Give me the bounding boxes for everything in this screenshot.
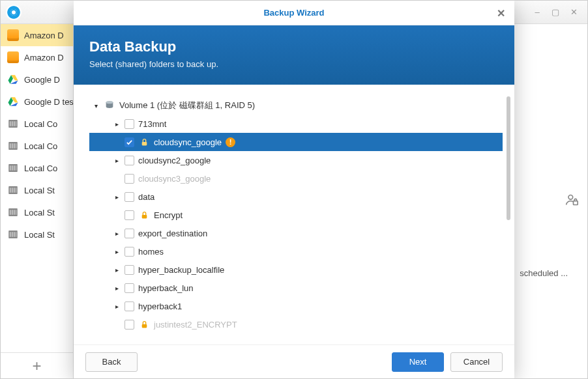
cancel-button[interactable]: Cancel xyxy=(450,352,503,372)
close-icon: ✕ xyxy=(497,7,505,20)
app-logo-icon xyxy=(6,5,22,20)
maximize-button[interactable]: ▢ xyxy=(547,5,564,20)
chevron-right-icon[interactable]: ▸ xyxy=(113,156,121,164)
svg-rect-17 xyxy=(10,165,11,171)
tree-node-label: cloudsync2_google xyxy=(138,156,211,165)
sidebar-item[interactable]: Local St xyxy=(1,201,73,223)
modal-header: Data Backup Select (shared) folders to b… xyxy=(74,25,514,85)
tree-folder-row[interactable]: ▸Encrypt xyxy=(89,206,503,224)
tree-node-label: cloudsync3_google xyxy=(138,174,211,184)
amazon-icon xyxy=(7,51,19,63)
svg-rect-15 xyxy=(16,143,17,148)
tree-folder-row[interactable]: ▸homes xyxy=(89,242,503,260)
sidebar-item-label: Local St xyxy=(24,186,55,195)
svg-rect-28 xyxy=(12,210,13,215)
sidebar-item[interactable]: Local St xyxy=(1,179,73,201)
svg-rect-32 xyxy=(10,232,11,237)
sidebar-item[interactable]: Local Co xyxy=(1,157,73,179)
svg-rect-41 xyxy=(141,214,147,218)
folder-checkbox[interactable] xyxy=(125,229,134,238)
sidebar-item-label: Local Co xyxy=(24,119,57,129)
tree-folder-row[interactable]: ▸cloudsync2_google xyxy=(89,151,503,169)
sidebar-item[interactable]: Local Co xyxy=(1,113,73,135)
folder-checkbox[interactable] xyxy=(125,119,134,129)
tree-node-label: hyper_backup_localfile xyxy=(138,265,224,275)
tree-node-label: justintest2_ENCRYPT xyxy=(154,320,237,330)
tree-folder-row[interactable]: ▸hyper_backup_localfile xyxy=(89,260,503,279)
chevron-right-icon[interactable]: ▸ xyxy=(113,247,121,255)
svg-rect-18 xyxy=(12,165,13,171)
svg-rect-34 xyxy=(14,232,15,237)
tree-node-label: hyperback_lun xyxy=(138,283,194,293)
user-lock-icon[interactable] xyxy=(565,193,578,210)
sidebar-item-label: Google D test xyxy=(24,97,73,107)
storage-icon xyxy=(7,140,19,152)
sidebar-item[interactable]: Local St xyxy=(1,223,73,246)
tree-folder-row[interactable]: ▸hyperback1 xyxy=(89,297,503,315)
lock-icon xyxy=(138,136,150,148)
tree-folder-row[interactable]: ▸justintest2_ENCRYPT xyxy=(89,315,503,333)
sidebar-item[interactable]: Amazon D xyxy=(1,24,73,46)
tree-node-label: export_destination xyxy=(138,229,207,238)
svg-rect-8 xyxy=(12,121,13,126)
next-button[interactable]: Next xyxy=(392,352,444,372)
svg-rect-19 xyxy=(14,165,15,171)
tree-folder-row[interactable]: ▸hyperback_lun xyxy=(89,279,503,297)
tree-node-label: hyperback1 xyxy=(138,302,182,311)
sidebar-item[interactable]: Google D xyxy=(1,68,73,91)
modal-close-button[interactable]: ✕ xyxy=(492,5,509,21)
window-close-button[interactable]: ✕ xyxy=(565,5,582,20)
folder-checkbox[interactable] xyxy=(125,320,134,330)
backup-targets-sidebar: Amazon DAmazon DGoogle DGoogle D testLoc… xyxy=(1,24,74,378)
chevron-right-icon[interactable]: ▸ xyxy=(113,284,121,292)
folder-checkbox[interactable] xyxy=(125,192,134,202)
storage-icon xyxy=(7,184,19,196)
folder-checkbox[interactable] xyxy=(125,210,134,220)
tree-node-label: homes xyxy=(138,247,164,257)
svg-rect-14 xyxy=(14,143,15,148)
tree-node-label: 713mnt xyxy=(138,119,166,129)
lock-icon xyxy=(138,318,150,330)
svg-rect-30 xyxy=(16,210,17,215)
chevron-right-icon[interactable]: ▸ xyxy=(113,302,121,310)
storage-icon xyxy=(7,162,19,174)
svg-rect-24 xyxy=(14,188,15,193)
sidebar-item[interactable]: Google D test xyxy=(1,91,73,113)
chevron-right-icon[interactable]: ▸ xyxy=(113,229,121,237)
minimize-button[interactable]: – xyxy=(529,5,546,20)
tree-volume-root[interactable]: ▾Volume 1 (位於 磁碟群組 1, RAID 5) xyxy=(89,96,503,115)
google-drive-icon xyxy=(7,74,19,85)
tree-folder-row[interactable]: ▸export_destination xyxy=(89,224,503,242)
tree-node-label: Encrypt xyxy=(154,210,183,220)
sidebar-item-label: Amazon D xyxy=(24,31,64,40)
svg-rect-25 xyxy=(16,188,17,193)
chevron-right-icon[interactable]: ▸ xyxy=(113,120,121,128)
back-button[interactable]: Back xyxy=(85,352,138,372)
sidebar-item-label: Local St xyxy=(24,208,55,218)
folder-checkbox[interactable] xyxy=(125,283,134,293)
tree-folder-row[interactable]: ▸713mnt xyxy=(89,115,503,133)
svg-rect-40 xyxy=(141,141,147,145)
sidebar-item[interactable]: Local Co xyxy=(1,135,73,157)
folder-checkbox[interactable] xyxy=(125,137,134,147)
scrollbar-thumb[interactable] xyxy=(507,96,510,220)
svg-rect-42 xyxy=(141,324,147,327)
chevron-right-icon[interactable]: ▸ xyxy=(113,193,121,201)
folder-tree-panel: ▾Volume 1 (位於 磁碟群組 1, RAID 5)▸713mnt▸clo… xyxy=(74,85,514,344)
sidebar-item[interactable]: Amazon D xyxy=(1,46,73,68)
tree-folder-row[interactable]: ▸data xyxy=(89,188,503,206)
sidebar-item-label: Amazon D xyxy=(24,53,64,63)
chevron-down-icon[interactable]: ▾ xyxy=(92,102,100,109)
tree-node-label: data xyxy=(138,192,154,202)
scheduled-status-text: scheduled ... xyxy=(520,268,568,278)
folder-checkbox[interactable] xyxy=(125,265,134,275)
add-target-button[interactable]: + xyxy=(1,352,73,378)
chevron-right-icon[interactable]: ▸ xyxy=(113,266,121,274)
warning-badge-icon: ! xyxy=(226,137,235,147)
tree-folder-row: ▸cloudsync3_google xyxy=(89,169,503,188)
sidebar-item-label: Google D xyxy=(24,75,60,85)
folder-checkbox[interactable] xyxy=(125,302,134,311)
tree-folder-row[interactable]: ▸cloudsync_google! xyxy=(89,133,503,151)
folder-checkbox[interactable] xyxy=(125,247,134,257)
folder-checkbox[interactable] xyxy=(125,156,134,165)
